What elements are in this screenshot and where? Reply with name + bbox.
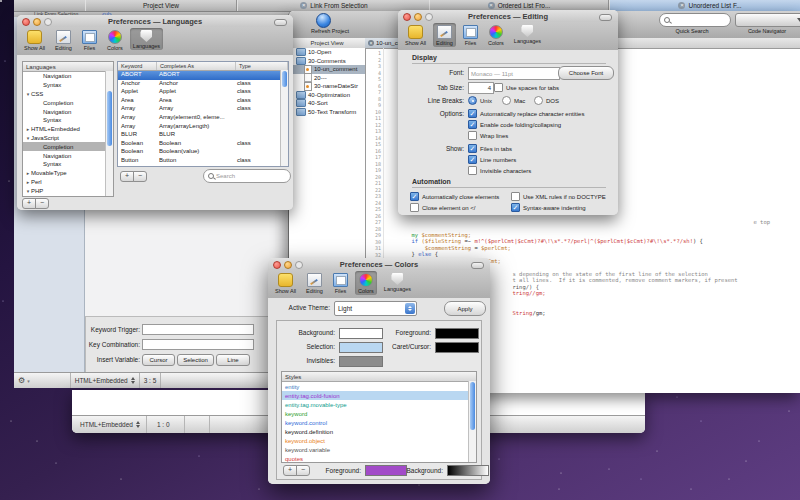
- style-item[interactable]: keyword: [282, 409, 476, 418]
- language-list-item[interactable]: Navigation: [23, 72, 113, 81]
- stepper-icon[interactable]: [136, 421, 140, 428]
- keyword-row[interactable]: Array Array class: [118, 105, 288, 114]
- line-numbers-checkbox[interactable]: ✓ Line numbers: [468, 155, 516, 164]
- language-mode-popup[interactable]: HTML+Embedded: [80, 421, 133, 428]
- toolbar-item-languages[interactable]: Languages: [511, 23, 544, 45]
- keyword-row[interactable]: Array Array(arrayLength): [118, 123, 288, 132]
- auto-close-elements-checkbox[interactable]: ✓ Automatically close elements: [410, 192, 499, 201]
- style-item[interactable]: quotes: [282, 454, 476, 463]
- keyword-row[interactable]: Area Area class: [118, 97, 288, 106]
- keyword-search-input[interactable]: Search: [203, 169, 291, 183]
- keyword-row[interactable]: Button Button class: [118, 157, 288, 166]
- close-icon[interactable]: ×: [300, 2, 307, 9]
- keyword-row[interactable]: BLUR BLUR: [118, 131, 288, 140]
- languages-list-header[interactable]: Languages: [23, 62, 113, 72]
- document-tab[interactable]: × Project View: [85, 0, 237, 11]
- toolbar-item-colors[interactable]: Colors: [485, 23, 507, 47]
- style-item[interactable]: keyword.variable: [282, 445, 476, 454]
- language-list-item[interactable]: ▸ MovableType: [23, 169, 113, 178]
- keyword-row[interactable]: Anchor Anchor class: [118, 80, 288, 89]
- style-item[interactable]: entity.tag.cold-fusion: [282, 391, 476, 400]
- styles-list-header[interactable]: Styles: [282, 372, 476, 382]
- minimize-window-icon[interactable]: [33, 18, 41, 26]
- scrollbar-thumb[interactable]: [107, 91, 112, 146]
- style-item[interactable]: keyword.object: [282, 436, 476, 445]
- theme-dropdown[interactable]: Light: [334, 301, 417, 316]
- xml-rules-checkbox[interactable]: ✓ Use XML rules if no DOCTYPE: [511, 192, 606, 201]
- toolbar-item-show-all[interactable]: Show All: [272, 271, 299, 295]
- code-navigator-dropdown[interactable]: [735, 13, 800, 27]
- add-style-button[interactable]: +: [283, 465, 297, 476]
- style-item[interactable]: keyword.definition: [282, 427, 476, 436]
- language-list-item[interactable]: ▸ Perl: [23, 178, 113, 187]
- collapse-pill-icon[interactable]: [471, 262, 484, 269]
- language-list-item[interactable]: Navigation: [23, 151, 113, 160]
- invisible-characters-checkbox[interactable]: ✓ Invisible characters: [468, 166, 531, 175]
- toolbar-item-files[interactable]: Files: [330, 271, 351, 295]
- language-list-item[interactable]: Syntax: [23, 116, 113, 125]
- keyword-table-header[interactable]: Keyword Completes As Type: [118, 62, 288, 71]
- language-mode-popup[interactable]: HTML+Embedded: [75, 377, 128, 384]
- selection-button[interactable]: Selection: [177, 354, 214, 366]
- remove-style-button[interactable]: −: [296, 465, 310, 476]
- syntax-aware-indenting-checkbox[interactable]: ✓ Syntax-aware indenting: [511, 203, 586, 212]
- project-tree-item[interactable]: 10-un_comment: [289, 65, 365, 74]
- radio-dos[interactable]: DOS: [534, 96, 559, 105]
- choose-font-button[interactable]: Choose Font: [558, 66, 614, 80]
- add-language-button[interactable]: +: [22, 198, 36, 209]
- toolbar-item-languages[interactable]: Languages: [130, 28, 163, 50]
- quick-search-input[interactable]: [659, 13, 731, 27]
- column-completes-as[interactable]: Completes As: [157, 62, 236, 70]
- keyword-row[interactable]: ABORT ABORT: [118, 71, 288, 80]
- spaces-for-tabs-checkbox[interactable]: ✓ Use spaces for tabs: [494, 83, 559, 92]
- style-foreground-swatch[interactable]: [365, 465, 407, 476]
- document-tab[interactable]: × Unordered List F...: [609, 0, 800, 11]
- language-list-item[interactable]: ▾ PHP: [23, 186, 113, 195]
- toolbar-item-show-all[interactable]: Show All: [402, 23, 429, 47]
- language-list-item[interactable]: Navigation: [23, 107, 113, 116]
- style-item[interactable]: keyword.control: [282, 418, 476, 427]
- wrap-lines-checkbox[interactable]: ✓ Wrap lines: [468, 131, 508, 140]
- add-keyword-button[interactable]: +: [120, 171, 134, 182]
- stepper-icon[interactable]: [131, 377, 135, 384]
- scrollbar-thumb[interactable]: [282, 71, 287, 87]
- toolbar-item-editing[interactable]: Editing: [52, 28, 75, 52]
- column-keyword[interactable]: Keyword: [118, 62, 157, 70]
- keyword-row[interactable]: Applet Applet class: [118, 88, 288, 97]
- collapse-pill-icon[interactable]: [599, 14, 612, 21]
- project-tree-item[interactable]: ▸ 40-Sort: [289, 99, 365, 108]
- font-field[interactable]: Monaco — 11pt: [468, 67, 560, 80]
- project-tree-item[interactable]: ▾ 30-Comments: [289, 57, 365, 66]
- language-list-item[interactable]: Completion: [23, 142, 113, 151]
- toolbar-item-colors[interactable]: Colors: [355, 271, 377, 295]
- remove-language-button[interactable]: −: [35, 198, 49, 209]
- minimize-window-icon[interactable]: [284, 261, 292, 269]
- remove-keyword-button[interactable]: −: [133, 171, 147, 182]
- cursor-button[interactable]: Cursor: [142, 354, 175, 366]
- radio-mac[interactable]: Mac: [502, 96, 525, 105]
- scrollbar-thumb[interactable]: [470, 382, 475, 430]
- language-list-item[interactable]: ▾ CSS: [23, 90, 113, 99]
- project-tree-item[interactable]: ▸ 10-Open: [289, 48, 365, 57]
- project-tree-item[interactable]: 30-nameDateStr: [289, 82, 365, 91]
- keyword-trigger-input[interactable]: [142, 324, 254, 335]
- key-combination-input[interactable]: [142, 339, 254, 350]
- apply-button[interactable]: Apply: [444, 301, 486, 316]
- files-in-tabs-checkbox[interactable]: ✓ Files in tabs: [468, 144, 512, 153]
- language-list-item[interactable]: Syntax: [23, 81, 113, 90]
- tab-size-input[interactable]: 4: [468, 82, 494, 94]
- close-window-icon[interactable]: [273, 261, 281, 269]
- toolbar-item-editing[interactable]: Editing: [303, 271, 326, 295]
- scrollbar[interactable]: [105, 71, 113, 196]
- style-item[interactable]: entity.tag.movable-type: [282, 400, 476, 409]
- project-tree-item[interactable]: ▸ 50-Text Transform: [289, 108, 365, 117]
- toolbar-item-files[interactable]: Files: [460, 23, 481, 47]
- foreground-swatch[interactable]: [435, 328, 479, 339]
- toolbar-item-show-all[interactable]: Show All: [21, 28, 48, 52]
- style-item[interactable]: entity: [282, 382, 476, 391]
- language-list-item[interactable]: Completion: [23, 98, 113, 107]
- close-icon[interactable]: ×: [488, 2, 495, 9]
- scrollbar[interactable]: [468, 381, 476, 462]
- refresh-project-icon[interactable]: [316, 13, 331, 28]
- toolbar-item-colors[interactable]: Colors: [104, 28, 126, 52]
